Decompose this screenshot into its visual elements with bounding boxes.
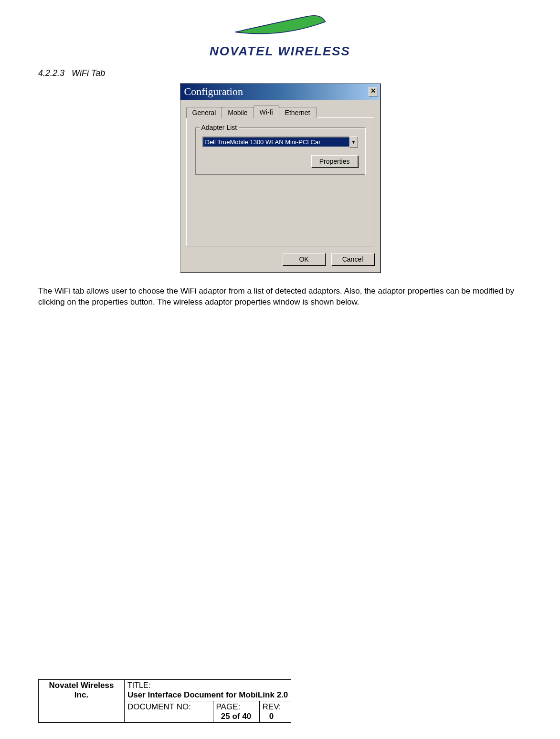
titlebar: Configuration ✕	[180, 84, 380, 100]
configuration-dialog: Configuration ✕ General Mobile Wi-fi Eth…	[180, 83, 380, 273]
footer-rev-value: 0	[263, 712, 288, 721]
adapter-list-label: Adapter List	[200, 124, 239, 131]
footer-title-label: TITLE:	[127, 681, 150, 689]
footer-docno-label: DOCUMENT NO:	[127, 702, 191, 711]
dialog-body: General Mobile Wi-fi Ethernet Adapter Li…	[180, 100, 380, 272]
footer-title-value: User Interface Document for MobiLink 2.0	[127, 690, 288, 700]
close-button[interactable]: ✕	[369, 87, 378, 96]
logo-text: NOVATEL WIRELESS	[38, 44, 522, 59]
adapter-combobox-value: Dell TrueMobile 1300 WLAN Mini-PCI Car	[202, 137, 349, 148]
tab-mobile[interactable]: Mobile	[222, 107, 254, 118]
swoosh-icon	[223, 10, 338, 38]
footer-rev-label: REV:	[263, 702, 281, 711]
cancel-button[interactable]: Cancel	[331, 253, 374, 265]
tab-ethernet[interactable]: Ethernet	[279, 107, 317, 118]
dialog-buttons: OK Cancel	[186, 253, 374, 265]
footer-company: Novatel Wireless Inc.	[39, 680, 125, 723]
wifi-tab-description: The WiFi tab allows user to choose the W…	[38, 286, 522, 308]
tab-general[interactable]: General	[186, 107, 222, 118]
tabstrip: General Mobile Wi-fi Ethernet	[186, 106, 374, 118]
tab-general-label: General	[192, 109, 216, 116]
footer-page-cell: PAGE: 25 of 40	[213, 701, 259, 723]
document-footer: Novatel Wireless Inc. TITLE: User Interf…	[38, 679, 291, 723]
logo-header: NOVATEL WIRELESS	[38, 10, 522, 59]
properties-button[interactable]: Properties	[311, 155, 358, 168]
section-title: WiFi Tab	[72, 68, 105, 78]
footer-page-value: 25 of 40	[216, 712, 256, 721]
tab-mobile-label: Mobile	[228, 109, 247, 116]
close-icon: ✕	[370, 87, 376, 95]
tab-wifi[interactable]: Wi-fi	[254, 106, 279, 118]
footer-title-cell: TITLE: User Interface Document for MobiL…	[125, 680, 291, 701]
tab-ethernet-label: Ethernet	[285, 109, 310, 116]
tab-wifi-label: Wi-fi	[260, 108, 273, 116]
adapter-combobox[interactable]: Dell TrueMobile 1300 WLAN Mini-PCI Car ▼	[202, 137, 358, 148]
ok-button[interactable]: OK	[283, 253, 326, 265]
tab-panel: Adapter List Dell TrueMobile 1300 WLAN M…	[186, 117, 374, 246]
section-heading: 4.2.2.3 WiFi Tab	[38, 68, 522, 78]
chevron-down-icon[interactable]: ▼	[349, 137, 358, 148]
footer-docno-cell: DOCUMENT NO:	[125, 701, 213, 723]
section-number: 4.2.2.3	[38, 68, 64, 78]
adapter-list-group: Adapter List Dell TrueMobile 1300 WLAN M…	[195, 127, 365, 175]
footer-rev-cell: REV: 0	[259, 701, 291, 723]
dialog-title: Configuration	[184, 85, 243, 98]
dialog-screenshot: Configuration ✕ General Mobile Wi-fi Eth…	[38, 83, 522, 273]
footer-page-label: PAGE:	[216, 702, 241, 711]
